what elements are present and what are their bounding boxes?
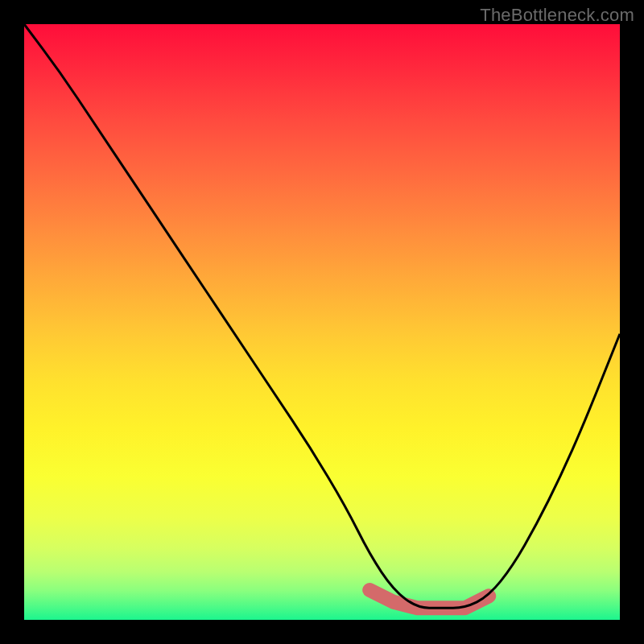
chart-frame: TheBottleneck.com: [0, 0, 644, 644]
curve-svg: [24, 24, 620, 620]
watermark-text: TheBottleneck.com: [480, 5, 634, 26]
gradient-plot-area: [24, 24, 620, 620]
bottleneck-curve: [24, 24, 620, 608]
